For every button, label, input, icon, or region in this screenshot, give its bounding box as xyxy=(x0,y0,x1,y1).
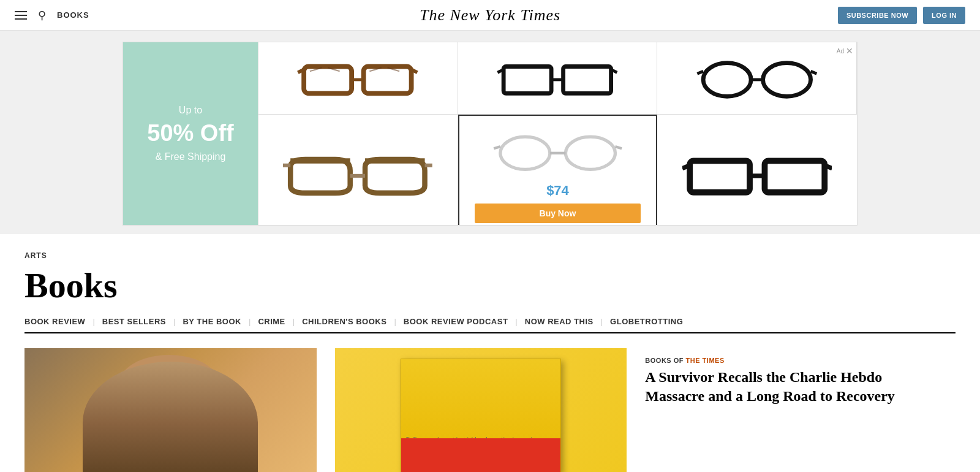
svg-rect-9 xyxy=(503,66,551,93)
ad-text: Ad xyxy=(837,48,844,55)
tag-prefix: BOOKS OF xyxy=(645,357,685,364)
article-card-3: BOOKS OF THE TIMES A Survivor Recalls th… xyxy=(645,348,956,472)
article-image-1[interactable] xyxy=(24,348,317,472)
svg-point-15 xyxy=(763,63,810,96)
book-image: "In Temporary, the quest for gainful emp… xyxy=(335,348,627,472)
article-card-2: "In Temporary, the quest for gainful emp… xyxy=(335,348,646,472)
search-icon[interactable]: ⚲ xyxy=(38,9,46,22)
person-silhouette xyxy=(83,362,258,472)
nav-item-podcast[interactable]: BOOK REVIEW PODCAST xyxy=(404,317,508,326)
tag-highlight: THE TIMES xyxy=(686,357,725,364)
nav-right: SUBSCRIBE NOW LOG IN xyxy=(838,7,965,24)
ad-close-icon[interactable]: ✕ xyxy=(846,46,853,56)
nav-item-childrens-books[interactable]: CHILDREN'S BOOKS xyxy=(302,317,386,326)
svg-line-32 xyxy=(682,166,690,169)
ad-promo-prefix: Up to xyxy=(147,104,233,117)
ad-glasses-2[interactable] xyxy=(458,42,658,115)
svg-line-28 xyxy=(615,147,622,148)
article-grid: "In Temporary, the quest for gainful emp… xyxy=(0,333,980,472)
hamburger-menu-icon[interactable] xyxy=(15,11,27,20)
section-label: BOOKS xyxy=(57,10,89,20)
svg-line-17 xyxy=(697,71,703,74)
top-navigation: ⚲ BOOKS The New York Times SUBSCRIBE NOW… xyxy=(0,0,980,31)
nyt-logo[interactable]: The New York Times xyxy=(420,6,560,24)
ad-glasses-4[interactable] xyxy=(258,115,458,226)
login-button[interactable]: LOG IN xyxy=(923,7,965,24)
nav-item-best-sellers[interactable]: BEST SELLERS xyxy=(102,317,166,326)
svg-rect-29 xyxy=(690,161,750,192)
nav-item-now-read-this[interactable]: NOW READ THIS xyxy=(525,317,594,326)
page-content: ARTS Books BOOK REVIEW | BEST SELLERS | … xyxy=(0,234,980,472)
ad-featured-glasses[interactable]: $74 Buy Now xyxy=(458,115,658,226)
books-header: ARTS Books BOOK REVIEW | BEST SELLERS | … xyxy=(0,234,980,333)
nav-left: ⚲ BOOKS xyxy=(15,9,89,22)
ad-indicator: Ad ✕ xyxy=(837,46,853,56)
books-navigation: BOOK REVIEW | BEST SELLERS | BY THE BOOK… xyxy=(24,317,956,333)
svg-line-18 xyxy=(810,71,816,74)
ad-glasses-grid: $74 Buy Now xyxy=(258,42,857,225)
ad-price: $74 xyxy=(546,183,569,199)
person-image xyxy=(24,348,317,472)
article-card-1 xyxy=(24,348,335,472)
article-tag-3: BOOKS OF THE TIMES xyxy=(645,357,937,364)
ad-glasses-1[interactable] xyxy=(258,42,458,115)
book-cover-stripe xyxy=(401,438,560,472)
ad-glasses-3[interactable] xyxy=(657,42,857,115)
ad-promo-suffix: & Free Shipping xyxy=(147,150,233,164)
svg-rect-30 xyxy=(764,161,824,192)
article-headline-3[interactable]: A Survivor Recalls the Charlie Hebdo Mas… xyxy=(645,368,937,406)
svg-point-25 xyxy=(565,137,615,169)
nav-item-by-the-book[interactable]: BY THE BOOK xyxy=(183,317,241,326)
nav-item-globetrotting[interactable]: GLOBETROTTING xyxy=(610,317,683,326)
ad-container: Up to 50% Off & Free Shipping xyxy=(0,31,980,234)
nav-item-crime[interactable]: CRIME xyxy=(258,317,285,326)
ad-banner: Up to 50% Off & Free Shipping xyxy=(123,42,858,226)
buy-now-button[interactable]: Buy Now xyxy=(475,204,641,223)
svg-line-33 xyxy=(824,166,832,169)
ad-promo-text: Up to 50% Off & Free Shipping xyxy=(147,104,233,164)
article-image-2[interactable]: "In Temporary, the quest for gainful emp… xyxy=(335,348,627,472)
ad-promo-big: 50% Off xyxy=(147,117,233,150)
svg-point-14 xyxy=(703,63,751,96)
nav-item-book-review[interactable]: BOOK REVIEW xyxy=(24,317,85,326)
arts-label: ARTS xyxy=(24,251,956,260)
page-title: Books xyxy=(24,265,956,306)
ad-glasses-6[interactable] xyxy=(657,115,857,226)
svg-line-27 xyxy=(494,147,500,148)
svg-point-24 xyxy=(500,137,550,169)
svg-rect-10 xyxy=(564,66,611,93)
book-cover: "In Temporary, the quest for gainful emp… xyxy=(401,359,561,473)
subscribe-button[interactable]: SUBSCRIBE NOW xyxy=(838,7,917,24)
ad-promo-section: Up to 50% Off & Free Shipping xyxy=(123,42,258,225)
nyt-logo-container: The New York Times xyxy=(420,6,560,25)
